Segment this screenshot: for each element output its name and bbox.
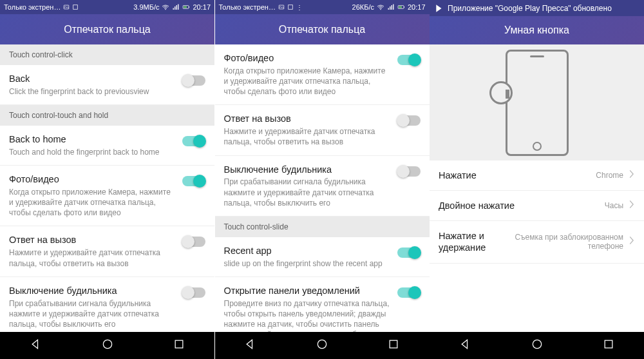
svg-rect-10 xyxy=(404,6,404,8)
smart-button-row[interactable]: Нажатие и удержание Съемка при заблокиро… xyxy=(430,221,644,263)
setting-title: Фото/видео xyxy=(224,52,391,64)
toggle-switch[interactable] xyxy=(182,176,205,186)
setting-subtitle: При срабатывании сигнала будильника нажм… xyxy=(9,298,176,330)
battery-icon xyxy=(182,3,190,11)
svg-point-14 xyxy=(533,340,541,348)
battery-icon xyxy=(397,3,405,11)
toggle-switch[interactable] xyxy=(182,75,205,86)
action-value: Часы xyxy=(605,201,623,210)
toggle-switch[interactable] xyxy=(397,55,421,65)
svg-rect-8 xyxy=(289,5,293,10)
chevron-right-icon xyxy=(629,236,635,247)
back-nav-icon[interactable] xyxy=(459,338,472,353)
lens-icon xyxy=(489,81,513,104)
action-value: Chrome xyxy=(596,171,623,180)
android-navbar xyxy=(430,332,644,359)
toggle-switch[interactable] xyxy=(182,237,205,247)
action-label: Нажатие xyxy=(439,170,596,181)
setting-title: Ответ на вызов xyxy=(9,234,176,246)
svg-rect-15 xyxy=(605,340,612,348)
home-nav-icon[interactable] xyxy=(531,338,544,353)
back-nav-icon[interactable] xyxy=(30,338,43,353)
setting-row[interactable]: Открытие панели уведомлений Проведите вн… xyxy=(215,277,430,332)
more-icon: ⋮ xyxy=(296,4,303,11)
smart-button-list: Нажатие Chrome Двойное нажатие Часы Нажа… xyxy=(430,160,644,332)
signal-icon xyxy=(172,3,180,11)
toggle-switch[interactable] xyxy=(182,136,205,146)
phone-illustration xyxy=(506,50,569,156)
setting-row[interactable]: Back to home Touch and hold the fingerpr… xyxy=(0,126,214,166)
back-nav-icon[interactable] xyxy=(244,338,257,353)
setting-subtitle: При срабатывании сигнала будильника нажм… xyxy=(224,177,391,208)
setting-row[interactable]: Фото/видео Когда открыто приложение Каме… xyxy=(215,44,430,105)
section-header: Touch control-touch and hold xyxy=(0,105,214,126)
smart-button-row[interactable]: Нажатие Chrome xyxy=(430,160,644,191)
home-nav-icon[interactable] xyxy=(101,338,114,353)
screenshot-2: Только экстрен… ⋮ 26КБ/с 20:17 Отпечаток… xyxy=(215,0,430,359)
svg-point-12 xyxy=(317,340,326,348)
screenshot-1: Только экстрен… 3.9МБ/с 20:17 Отпечаток … xyxy=(0,0,214,359)
setting-row[interactable]: Фото/видео Когда открыто приложение Каме… xyxy=(0,166,214,226)
signal-icon xyxy=(387,3,395,11)
setting-subtitle: Когда открыто приложение Камера, нажмите… xyxy=(9,187,176,218)
setting-row[interactable]: Ответ на вызов Нажмите и удерживайте дат… xyxy=(215,105,430,155)
setting-subtitle: Проведите вниз по датчику отпечатка паль… xyxy=(224,298,391,332)
image-icon xyxy=(278,4,285,10)
settings-list[interactable]: Фото/видео Когда открыто приложение Каме… xyxy=(215,44,430,332)
setting-row[interactable]: Выключение будильника При срабатывании с… xyxy=(215,156,430,217)
section-header: Touch control-click xyxy=(0,44,214,65)
image-icon xyxy=(63,4,70,10)
settings-list[interactable]: Touch control-click Back Click the finge… xyxy=(0,44,214,332)
svg-point-5 xyxy=(103,340,111,348)
action-value: Съемка при заблокированном телефоне xyxy=(514,233,623,251)
carrier-text: Только экстрен… xyxy=(219,3,276,11)
toggle-switch[interactable] xyxy=(397,115,421,126)
setting-row[interactable]: Ответ на вызов Нажмите и удерживайте дат… xyxy=(0,226,214,277)
page-title: Отпечаток пальца xyxy=(0,14,214,44)
toggle-switch[interactable] xyxy=(397,287,421,298)
recent-nav-icon[interactable] xyxy=(387,338,400,353)
setting-title: Back to home xyxy=(9,133,176,146)
play-store-icon xyxy=(435,4,444,13)
action-label: Двойное нажатие xyxy=(439,200,605,211)
speed-text: 3.9МБ/с xyxy=(133,3,159,11)
status-bar: Только экстрен… ⋮ 26КБ/с 20:17 xyxy=(215,0,430,14)
svg-rect-6 xyxy=(175,340,183,348)
screenshot-icon xyxy=(287,4,294,10)
setting-subtitle: Нажмите и удерживайте датчик отпечатка п… xyxy=(224,126,391,147)
toggle-switch[interactable] xyxy=(397,247,421,258)
time-text: 20:17 xyxy=(408,3,426,11)
page-title: Отпечаток пальца xyxy=(215,14,430,44)
speed-text: 26КБ/с xyxy=(352,3,374,11)
home-nav-icon[interactable] xyxy=(316,338,328,353)
screenshot-icon xyxy=(72,4,79,10)
action-label: Нажатие и удержание xyxy=(439,230,514,253)
svg-rect-11 xyxy=(399,6,402,8)
illustration xyxy=(430,44,644,160)
setting-title: Выключение будильника xyxy=(9,285,176,297)
smart-button-row[interactable]: Двойное нажатие Часы xyxy=(430,191,644,221)
toggle-switch[interactable] xyxy=(397,166,421,177)
setting-subtitle: Когда открыто приложение Камера, нажмите… xyxy=(224,66,391,97)
recent-nav-icon[interactable] xyxy=(173,338,185,353)
setting-row[interactable]: Выключение будильника При срабатывании с… xyxy=(0,277,214,332)
setting-subtitle: Touch and hold the fingerprint back to h… xyxy=(9,147,176,157)
setting-row[interactable]: Back Click the fingerprint back to previ… xyxy=(0,65,214,105)
carrier-text: Только экстрен… xyxy=(4,3,61,11)
setting-title: Recent app xyxy=(224,245,391,257)
chevron-right-icon xyxy=(629,170,635,181)
toggle-switch[interactable] xyxy=(182,287,205,298)
setting-title: Back xyxy=(9,73,176,85)
screenshot-3: Приложение "Google Play Пресса" обновлен… xyxy=(430,0,644,359)
setting-title: Открытие панели уведомлений xyxy=(224,285,391,297)
notification-banner[interactable]: Приложение "Google Play Пресса" обновлен… xyxy=(430,0,644,16)
status-bar: Только экстрен… 3.9МБ/с 20:17 xyxy=(0,0,214,14)
section-header: Touch control-slide xyxy=(215,217,430,237)
setting-subtitle: Нажмите и удерживайте датчик отпечатка п… xyxy=(9,247,176,268)
setting-row[interactable]: Recent app slide up on the fingerprint s… xyxy=(215,237,430,277)
svg-rect-3 xyxy=(189,6,189,8)
svg-rect-1 xyxy=(73,5,78,10)
page-title: Умная кнопка xyxy=(430,16,644,44)
svg-rect-4 xyxy=(184,6,187,8)
recent-nav-icon[interactable] xyxy=(602,338,615,353)
